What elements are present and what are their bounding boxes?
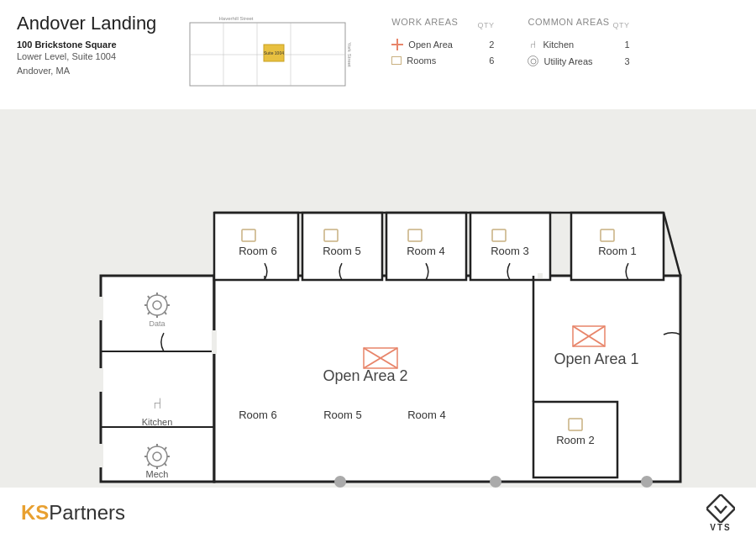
work-areas-qty-label: QTY — [477, 21, 494, 29]
legend-utility: Utility Areas 3 — [528, 55, 629, 66]
common-areas-qty-label: QTY — [613, 21, 630, 29]
legend-rooms: Rooms 6 — [391, 55, 494, 66]
svg-rect-22 — [98, 444, 103, 467]
legend: Work Areas QTY Open Area 2 Rooms 6 Commo… — [391, 17, 629, 71]
svg-text:⑁: ⑁ — [153, 395, 162, 412]
svg-text:Room 2: Room 2 — [556, 434, 595, 446]
svg-line-15 — [664, 213, 680, 276]
cross-icon — [391, 39, 403, 50]
address-line3: Andover, MA — [17, 64, 156, 78]
work-areas-label: Work Areas — [391, 17, 458, 27]
room6-label: Room 6 — [239, 409, 277, 421]
legend-kitchen: ⑁ Kitchen 1 — [528, 39, 629, 50]
svg-point-28 — [641, 476, 653, 488]
building-name: Andover Landing — [17, 13, 156, 34]
svg-text:Room 3: Room 3 — [491, 245, 529, 257]
utility-label: Utility Areas — [543, 56, 611, 66]
haverhill-street-label: Haverhill Street — [219, 16, 254, 21]
kitchen-qty: 1 — [616, 40, 629, 50]
svg-text:Data: Data — [149, 319, 165, 328]
vts-text: VTS — [710, 523, 731, 532]
svg-rect-20 — [98, 297, 103, 320]
svg-rect-75 — [706, 494, 735, 523]
gear-circle-icon — [528, 55, 538, 66]
svg-point-26 — [334, 476, 346, 488]
floorplan-wrapper: Room 6 Room 5 Room 4 Room 6 Room 5 Room … — [42, 227, 739, 433]
svg-rect-23 — [212, 330, 217, 354]
svg-text:Room 6: Room 6 — [239, 245, 277, 257]
floor-plan-thumbnail: Haverhill Street York Street Suite 1004 — [173, 13, 358, 97]
rooms-label: Rooms — [407, 55, 474, 66]
floorplan-svg: Room 6 Room 5 Room 4 Room 6 Room 5 Room … — [50, 166, 731, 494]
svg-text:Room 4: Room 4 — [407, 245, 445, 257]
utility-qty: 3 — [616, 56, 629, 66]
svg-text:Mech: Mech — [146, 469, 169, 479]
rooms-qty: 6 — [480, 55, 494, 66]
square-icon — [391, 56, 402, 65]
common-areas-legend: Common Areas QTY ⑁ Kitchen 1 Utility Are… — [528, 17, 629, 71]
kitchen-label: Kitchen — [543, 40, 610, 50]
vts-icon — [706, 494, 735, 523]
work-areas-legend: Work Areas QTY Open Area 2 Rooms 6 — [391, 17, 494, 71]
fork-icon: ⑁ — [528, 39, 538, 50]
ks-text: KS — [21, 501, 49, 524]
address-line2: Lower Level, Suite 1004 — [17, 50, 156, 64]
room4-label: Room 4 — [407, 409, 446, 421]
svg-text:Open Area 1: Open Area 1 — [554, 351, 638, 367]
svg-rect-21 — [98, 368, 103, 392]
header: Andover Landing 100 Brickstone Square Lo… — [0, 0, 756, 109]
svg-text:Suite 1004: Suite 1004 — [264, 50, 284, 55]
legend-open-area: Open Area 2 — [391, 39, 494, 50]
open-area-qty: 2 — [480, 40, 494, 50]
svg-rect-7 — [101, 276, 214, 482]
york-street-label: York Street — [347, 42, 352, 67]
address-line1: 100 Brickstone Square — [17, 40, 156, 50]
footer: KSPartners VTS — [0, 488, 756, 538]
open-area-label: Open Area — [408, 40, 475, 50]
ks-partners-logo: KSPartners — [21, 501, 125, 525]
svg-text:Room 1: Room 1 — [598, 245, 637, 257]
room5-label: Room 5 — [323, 409, 362, 421]
building-info: Andover Landing 100 Brickstone Square Lo… — [17, 13, 156, 77]
svg-text:Open Area 2: Open Area 2 — [323, 367, 407, 384]
partners-text: Partners — [49, 501, 125, 524]
svg-point-27 — [490, 476, 501, 488]
main-area: Room 6 Room 5 Room 4 Room 6 Room 5 Room … — [0, 109, 756, 488]
svg-text:Kitchen: Kitchen — [142, 417, 173, 427]
svg-rect-24 — [538, 273, 543, 278]
svg-text:Room 5: Room 5 — [323, 245, 361, 257]
common-areas-label: Common Areas — [528, 17, 609, 27]
vts-logo: VTS — [706, 494, 735, 532]
